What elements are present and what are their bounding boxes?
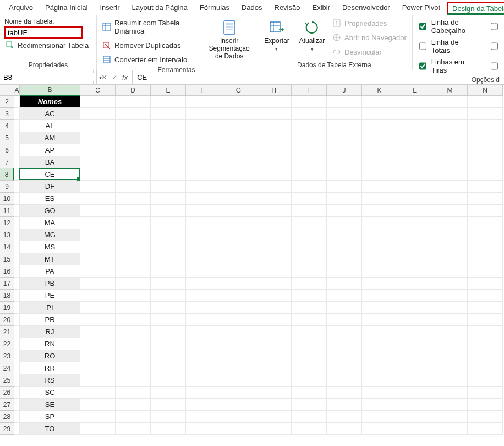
cell-D20[interactable] bbox=[116, 314, 151, 326]
cell-H20[interactable] bbox=[256, 314, 292, 326]
cell-H6[interactable] bbox=[256, 144, 292, 156]
cell-M14[interactable] bbox=[432, 241, 468, 253]
cell-L19[interactable] bbox=[397, 302, 432, 314]
extra-check-3[interactable] bbox=[491, 62, 498, 70]
cell-M5[interactable] bbox=[432, 132, 468, 144]
cell-B11[interactable]: GO bbox=[20, 205, 80, 217]
cell-G29[interactable] bbox=[221, 423, 256, 435]
row-header-12[interactable]: 12 bbox=[0, 217, 14, 229]
row-header-2[interactable]: 2 bbox=[0, 96, 14, 108]
remove-dup-button[interactable]: Remover Duplicadas bbox=[101, 40, 200, 51]
col-header-M[interactable]: M bbox=[432, 85, 468, 96]
cell-J13[interactable] bbox=[327, 229, 362, 241]
row-header-16[interactable]: 16 bbox=[0, 265, 14, 278]
cell-C21[interactable] bbox=[80, 326, 116, 338]
cell-I23[interactable] bbox=[292, 350, 327, 362]
cell-L13[interactable] bbox=[397, 229, 432, 241]
cell-H12[interactable] bbox=[256, 217, 292, 229]
cell-H16[interactable] bbox=[256, 265, 292, 278]
cell-K16[interactable] bbox=[362, 265, 397, 278]
export-button[interactable]: Exportar▾ bbox=[261, 18, 293, 54]
cell-E4[interactable] bbox=[151, 120, 186, 132]
cell-H18[interactable] bbox=[256, 290, 292, 302]
row-header-11[interactable]: 11 bbox=[0, 205, 14, 217]
cell-D8[interactable] bbox=[116, 168, 151, 181]
cell-N28[interactable] bbox=[468, 411, 503, 423]
cell-A25[interactable] bbox=[14, 374, 20, 387]
cell-E6[interactable] bbox=[151, 144, 186, 156]
row-header-10[interactable]: 10 bbox=[0, 193, 14, 205]
formula-input[interactable]: CE bbox=[133, 73, 504, 81]
cell-H8[interactable] bbox=[256, 168, 292, 181]
cell-C18[interactable] bbox=[80, 290, 116, 302]
cell-C20[interactable] bbox=[80, 314, 116, 326]
tab-layout-da-página[interactable]: Layout da Página bbox=[127, 1, 193, 15]
cell-B10[interactable]: ES bbox=[20, 193, 80, 205]
cell-D12[interactable] bbox=[116, 217, 151, 229]
cell-L26[interactable] bbox=[397, 387, 432, 399]
cell-I6[interactable] bbox=[292, 144, 327, 156]
cell-K24[interactable] bbox=[362, 362, 397, 374]
cell-L28[interactable] bbox=[397, 411, 432, 423]
cell-C3[interactable] bbox=[80, 108, 116, 120]
row-header-8[interactable]: 8 bbox=[0, 168, 14, 181]
cell-B13[interactable]: MG bbox=[20, 229, 80, 241]
cell-L15[interactable] bbox=[397, 253, 432, 265]
cell-B21[interactable]: RJ bbox=[20, 326, 80, 338]
cell-C26[interactable] bbox=[80, 387, 116, 399]
select-all-corner[interactable] bbox=[0, 85, 14, 96]
cell-N25[interactable] bbox=[468, 374, 503, 387]
cell-B26[interactable]: SC bbox=[20, 387, 80, 399]
cell-F16[interactable] bbox=[186, 265, 221, 278]
cell-A20[interactable] bbox=[14, 314, 20, 326]
cell-H23[interactable] bbox=[256, 350, 292, 362]
col-header-E[interactable]: E bbox=[151, 85, 186, 96]
cell-K9[interactable] bbox=[362, 181, 397, 193]
cell-A22[interactable] bbox=[14, 338, 20, 350]
cell-A29[interactable] bbox=[14, 423, 20, 435]
cell-N12[interactable] bbox=[468, 217, 503, 229]
cell-I5[interactable] bbox=[292, 132, 327, 144]
cell-C28[interactable] bbox=[80, 411, 116, 423]
cell-N22[interactable] bbox=[468, 338, 503, 350]
cell-E18[interactable] bbox=[151, 290, 186, 302]
cell-D23[interactable] bbox=[116, 350, 151, 362]
cell-G26[interactable] bbox=[221, 387, 256, 399]
cell-J5[interactable] bbox=[327, 132, 362, 144]
cell-F18[interactable] bbox=[186, 290, 221, 302]
cell-K8[interactable] bbox=[362, 168, 397, 181]
cell-N15[interactable] bbox=[468, 253, 503, 265]
col-header-C[interactable]: C bbox=[80, 85, 116, 96]
cell-K10[interactable] bbox=[362, 193, 397, 205]
cell-D2[interactable] bbox=[116, 96, 151, 108]
cell-N19[interactable] bbox=[468, 302, 503, 314]
cell-N26[interactable] bbox=[468, 387, 503, 399]
cell-G16[interactable] bbox=[221, 265, 256, 278]
cell-I18[interactable] bbox=[292, 290, 327, 302]
cell-B4[interactable]: AL bbox=[20, 120, 80, 132]
cell-D7[interactable] bbox=[116, 156, 151, 168]
cell-F22[interactable] bbox=[186, 338, 221, 350]
cell-H29[interactable] bbox=[256, 423, 292, 435]
cell-D19[interactable] bbox=[116, 302, 151, 314]
cell-F11[interactable] bbox=[186, 205, 221, 217]
cell-M11[interactable] bbox=[432, 205, 468, 217]
cell-J24[interactable] bbox=[327, 362, 362, 374]
cell-G20[interactable] bbox=[221, 314, 256, 326]
cell-E7[interactable] bbox=[151, 156, 186, 168]
cell-I20[interactable] bbox=[292, 314, 327, 326]
cell-N8[interactable] bbox=[468, 168, 503, 181]
cell-I7[interactable] bbox=[292, 156, 327, 168]
cell-E10[interactable] bbox=[151, 193, 186, 205]
cell-E3[interactable] bbox=[151, 108, 186, 120]
cell-G25[interactable] bbox=[221, 374, 256, 387]
cell-J11[interactable] bbox=[327, 205, 362, 217]
cell-H28[interactable] bbox=[256, 411, 292, 423]
header-row-check[interactable] bbox=[419, 23, 426, 30]
cell-D17[interactable] bbox=[116, 278, 151, 290]
cell-C6[interactable] bbox=[80, 144, 116, 156]
cell-M4[interactable] bbox=[432, 120, 468, 132]
cell-E2[interactable] bbox=[151, 96, 186, 108]
row-header-3[interactable]: 3 bbox=[0, 108, 14, 120]
cell-G7[interactable] bbox=[221, 156, 256, 168]
